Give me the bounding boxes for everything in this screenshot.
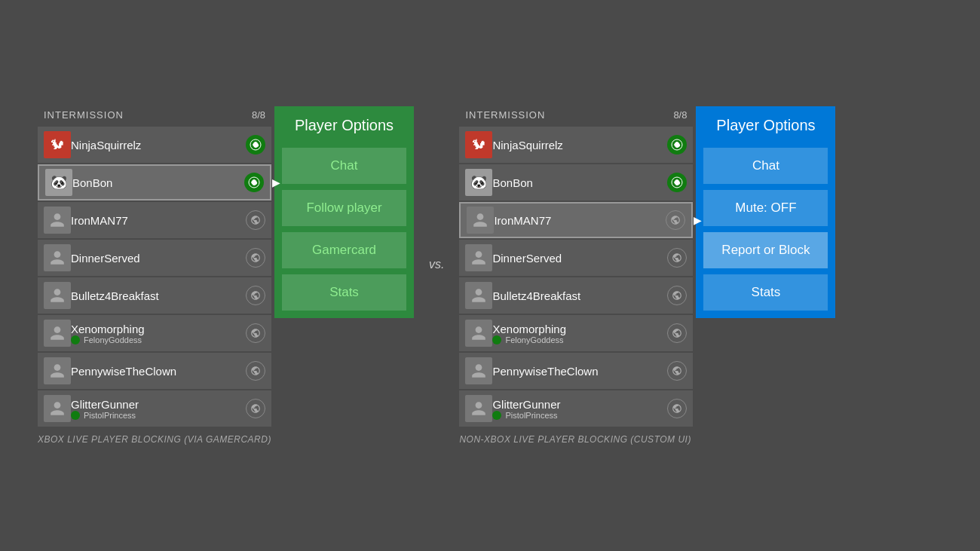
- right-player-row-5[interactable]: Bulletz4Breakfast: [459, 277, 693, 314]
- player-name: DinnerServed: [492, 252, 667, 265]
- player-name: DinnerServed: [71, 252, 246, 265]
- left-player-list: INTERMISSION 8/8 🐿 NinjaSquirrelz 🐼: [38, 106, 271, 428]
- globe-badge-left-8: [246, 399, 265, 418]
- player-info: PennywiseTheClown: [71, 365, 246, 378]
- left-panel: INTERMISSION 8/8 🐿 NinjaSquirrelz 🐼: [38, 106, 414, 428]
- left-header: INTERMISSION 8/8: [38, 106, 271, 124]
- player-info: NinjaSquirrelz: [71, 139, 246, 152]
- globe-badge-right-3: [666, 210, 685, 230]
- left-player-row-2[interactable]: 🐼 BonBon: [38, 164, 271, 201]
- left-gamercard-button[interactable]: Gamercard: [282, 232, 406, 268]
- player-name: Bulletz4Breakfast: [71, 289, 246, 302]
- avatar-default-left-6: [44, 320, 71, 347]
- left-options-panel: Player Options Chat Follow player Gamerc…: [274, 106, 414, 318]
- avatar-bonbon-left: 🐼: [45, 169, 72, 196]
- right-chat-button[interactable]: Chat: [703, 148, 828, 184]
- xbox-badge-right-1: [667, 135, 687, 155]
- left-follow-button[interactable]: Follow player: [282, 190, 406, 226]
- xbox-badge-right-2: [667, 173, 687, 192]
- right-player-row-1[interactable]: 🐿 NinjaSquirrelz: [459, 127, 693, 163]
- player-name: GlitterGunner: [492, 398, 667, 411]
- left-player-row-8[interactable]: GlitterGunner PistolPrincess: [38, 390, 271, 427]
- player-sub: FelonyGoddess: [71, 335, 246, 344]
- right-player-row-8[interactable]: GlitterGunner PistolPrincess: [459, 390, 693, 427]
- right-options-panel: Player Options Chat Mute: OFF Report or …: [696, 106, 835, 318]
- right-header-count: 8/8: [673, 109, 687, 121]
- player-name: BonBon: [492, 176, 667, 189]
- player-name: NinjaSquirrelz: [492, 139, 667, 152]
- player-name: BonBon: [72, 176, 244, 189]
- right-stats-button[interactable]: Stats: [703, 274, 828, 311]
- avatar-default-left-3: [44, 207, 71, 234]
- player-name: PennywiseTheClown: [71, 365, 246, 378]
- avatar-bonbon-right: 🐼: [465, 169, 492, 196]
- vs-label: vs.: [414, 258, 459, 271]
- player-info: GlitterGunner PistolPrincess: [492, 398, 667, 420]
- left-header-count: 8/8: [252, 109, 265, 121]
- avatar-default-right-4: [465, 244, 492, 271]
- right-caption: NON-XBOX LIVE PLAYER BLOCKING (CUSTOM UI…: [459, 434, 691, 445]
- left-player-row-1[interactable]: 🐿 NinjaSquirrelz: [38, 127, 271, 163]
- left-player-row-7[interactable]: PennywiseTheClown: [38, 353, 271, 389]
- xbox-sub-icon: [71, 335, 80, 344]
- player-name: NinjaSquirrelz: [71, 139, 246, 152]
- xbox-badge-left-1: [246, 135, 265, 155]
- globe-badge-left-4: [246, 248, 265, 268]
- globe-badge-right-6: [667, 323, 687, 343]
- globe-badge-left-3: [246, 210, 265, 230]
- player-info: DinnerServed: [492, 252, 667, 265]
- left-stats-button[interactable]: Stats: [282, 274, 406, 311]
- right-player-row-4[interactable]: DinnerServed: [459, 240, 693, 276]
- player-name: IronMAN77: [71, 214, 246, 227]
- left-player-row-3[interactable]: IronMAN77: [38, 202, 271, 238]
- globe-badge-left-5: [246, 286, 265, 305]
- left-player-row-5[interactable]: Bulletz4Breakfast: [38, 277, 271, 314]
- player-name: PennywiseTheClown: [492, 365, 667, 378]
- left-player-row-4[interactable]: DinnerServed: [38, 240, 271, 276]
- avatar-default-left-8: [44, 395, 71, 422]
- right-header-title: INTERMISSION: [465, 109, 545, 121]
- xbox-sub-icon: [71, 411, 80, 420]
- left-player-row-6[interactable]: Xenomorphing FelonyGoddess: [38, 315, 271, 351]
- avatar-default-right-7: [465, 357, 492, 384]
- player-info: Bulletz4Breakfast: [71, 289, 246, 302]
- avatar-default-right-6: [465, 320, 492, 347]
- right-header: INTERMISSION 8/8: [459, 106, 693, 124]
- avatar-default-left-4: [44, 244, 71, 271]
- player-name: Xenomorphing: [492, 323, 667, 335]
- right-player-row-2[interactable]: 🐼 BonBon: [459, 164, 693, 201]
- right-player-row-3[interactable]: IronMAN77: [459, 202, 693, 238]
- player-sub: PistolPrincess: [71, 411, 246, 420]
- avatar-default-right-5: [465, 282, 492, 309]
- main-container: INTERMISSION 8/8 🐿 NinjaSquirrelz 🐼: [38, 106, 942, 445]
- player-info: BonBon: [492, 176, 667, 189]
- player-sub: FelonyGoddess: [492, 335, 667, 344]
- left-chat-button[interactable]: Chat: [282, 148, 406, 184]
- globe-badge-right-5: [667, 286, 687, 305]
- left-header-title: INTERMISSION: [44, 109, 124, 121]
- globe-badge-right-7: [667, 361, 687, 381]
- player-info: Xenomorphing FelonyGoddess: [492, 323, 667, 344]
- right-player-row-7[interactable]: PennywiseTheClown: [459, 353, 693, 389]
- player-info: NinjaSquirrelz: [492, 139, 667, 152]
- globe-badge-right-8: [667, 399, 687, 418]
- left-options-title: Player Options: [282, 114, 406, 137]
- right-panel: INTERMISSION 8/8 🐿 NinjaSquirrelz 🐼: [459, 106, 835, 428]
- player-name: IronMAN77: [494, 214, 666, 227]
- avatar-ninja-left: 🐿: [44, 131, 71, 158]
- right-mute-button[interactable]: Mute: OFF: [703, 190, 828, 226]
- player-info: PennywiseTheClown: [492, 365, 667, 378]
- avatar-ninja-right: 🐿: [465, 131, 492, 158]
- player-name: Bulletz4Breakfast: [492, 289, 667, 302]
- xbox-sub-icon: [492, 411, 501, 420]
- player-name: Xenomorphing: [71, 323, 246, 335]
- right-player-row-6[interactable]: Xenomorphing FelonyGoddess: [459, 315, 693, 351]
- globe-badge-left-7: [246, 361, 265, 381]
- right-report-button[interactable]: Report or Block: [703, 232, 828, 268]
- xbox-sub-icon: [492, 335, 501, 344]
- right-options-title: Player Options: [703, 114, 828, 137]
- avatar-default-left-5: [44, 282, 71, 309]
- player-info: DinnerServed: [71, 252, 246, 265]
- player-info: Xenomorphing FelonyGoddess: [71, 323, 246, 344]
- player-info: IronMAN77: [494, 214, 666, 227]
